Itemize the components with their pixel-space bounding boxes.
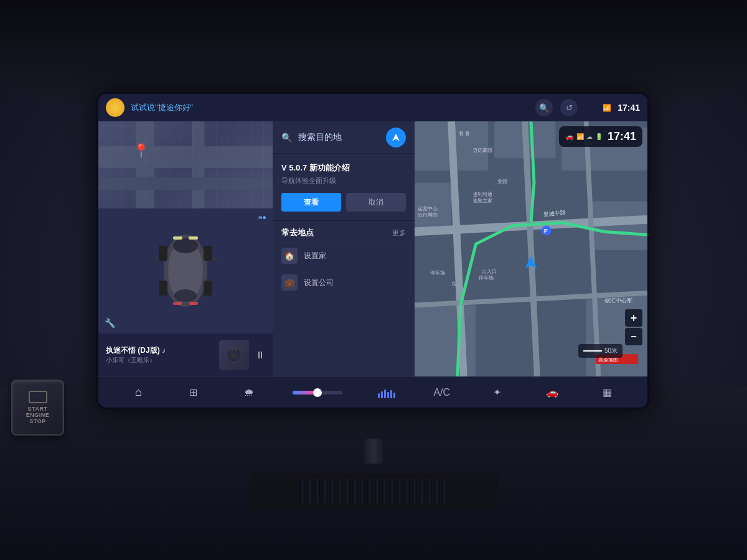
- search-icon: 🔍: [281, 133, 292, 142]
- car-status: ≡●: [98, 208, 273, 333]
- topbar-time: 17:41: [618, 103, 640, 113]
- screen-content: 📍 🏠 🐻 P: [98, 121, 647, 376]
- navigation-button[interactable]: [386, 128, 406, 147]
- pause-icon[interactable]: ⏸: [255, 350, 265, 361]
- vent-slot: [352, 479, 357, 504]
- vent-slot: [427, 479, 432, 504]
- svg-rect-14: [173, 302, 182, 305]
- svg-rect-8: [159, 246, 167, 261]
- vent-slot: [442, 479, 447, 504]
- screen-mount: [364, 439, 383, 464]
- svg-rect-12: [173, 236, 182, 240]
- work-dest-icon: 💼: [281, 274, 298, 291]
- fan-bar-3: [384, 390, 386, 398]
- map-scale: 50米: [578, 344, 622, 358]
- svg-point-7: [174, 289, 197, 302]
- engine-label: ENGINE: [26, 412, 50, 418]
- fan-bar-1: [378, 393, 380, 398]
- start-label: START: [28, 406, 48, 412]
- vent-slot: [360, 479, 365, 504]
- svg-rect-10: [159, 281, 167, 296]
- zoom-in-button[interactable]: +: [625, 309, 642, 327]
- svg-rect-17: [212, 257, 217, 261]
- svg-rect-0: [98, 146, 273, 168]
- svg-rect-1: [136, 121, 154, 208]
- ac-icon: A/C: [433, 387, 450, 398]
- stop-label: STOP: [29, 418, 45, 424]
- mini-map-background: 📍: [98, 121, 273, 208]
- search-placeholder[interactable]: 搜索目的地: [298, 132, 380, 143]
- volume-control[interactable]: [276, 391, 359, 394]
- svg-text:高速地图: 高速地图: [598, 357, 618, 363]
- start-stop-button[interactable]: START ENGINE STOP: [11, 380, 64, 436]
- map-roads: 景城中路 创汇中心军 P 运营中心 出行网的 捷利司通 轮胎之家 业园: [415, 121, 647, 376]
- mini-map[interactable]: 📍 🏠 🐻 P: [98, 121, 273, 208]
- status-icons-top: ≡●: [258, 213, 266, 221]
- engine-icon: [29, 391, 47, 403]
- nav-ac[interactable]: A/C: [414, 387, 469, 398]
- music-controls[interactable]: ⏸: [255, 350, 265, 361]
- music-title: 执迷不悟 (DJ版) ♪: [106, 345, 213, 356]
- update-version: V 5.0.7 新功能介绍: [281, 162, 406, 174]
- nav-weather[interactable]: 🌧: [221, 387, 276, 398]
- status-icon-wrench: 🔧: [105, 318, 115, 328]
- svg-rect-2: [192, 121, 204, 208]
- middle-panel: 🔍 搜索目的地 V 5.0.7 新功能介绍 导航体验全面升级 查看 取消: [273, 121, 415, 376]
- svg-rect-11: [204, 281, 212, 296]
- nav-home[interactable]: ⌂: [111, 386, 166, 399]
- zoom-out-button[interactable]: −: [625, 328, 642, 345]
- back-button[interactable]: ↺: [560, 99, 578, 116]
- nav-carconnect[interactable]: 🚗: [525, 386, 580, 398]
- vent-slot: [435, 479, 439, 504]
- home-dest-icon: 🏠: [281, 248, 298, 264]
- svg-text:出行网的: 出行网的: [418, 212, 438, 218]
- car-connect-icon: 🚗: [546, 386, 558, 398]
- music-info: 执迷不悟 (DJ版) ♪ 小乐哥（王唯乐）: [106, 345, 213, 365]
- map-time: 17:41: [608, 130, 636, 143]
- main-screen: 试试说"捷途你好" 🔍 ↺ 📶 17:41: [96, 92, 649, 409]
- car-topview: [151, 227, 220, 314]
- voice-avatar: [106, 98, 125, 117]
- home-nav-icon: ⌂: [135, 386, 142, 399]
- music-album-art[interactable]: [219, 340, 249, 370]
- svg-rect-3: [98, 177, 273, 190]
- weather-icon: 🌧: [244, 387, 254, 398]
- frequent-item-work[interactable]: 💼 设置公司: [273, 269, 415, 296]
- search-bar[interactable]: 🔍 搜索目的地: [273, 121, 415, 154]
- cancel-button[interactable]: 取消: [346, 193, 406, 212]
- vent-slot: [322, 479, 327, 504]
- vent-slot: [300, 479, 305, 504]
- fan-bar-6: [393, 393, 395, 398]
- view-button[interactable]: 查看: [281, 193, 341, 212]
- svg-rect-9: [204, 246, 212, 261]
- frequent-more[interactable]: 更多: [392, 228, 406, 238]
- frequent-item-home[interactable]: 🏠 设置家: [273, 242, 415, 269]
- nav-seat[interactable]: ✦: [469, 386, 525, 398]
- svg-rect-16: [154, 257, 159, 261]
- signal-icon: 📶: [603, 104, 611, 112]
- map-background: 景城中路 创汇中心军 P 运营中心 出行网的 捷利司通 轮胎之家 业园: [415, 121, 647, 376]
- nav-fan[interactable]: [359, 387, 415, 398]
- nav-phone[interactable]: ▦: [580, 386, 635, 398]
- map-zoom-controls: + −: [625, 309, 642, 345]
- vent-slot: [375, 479, 380, 504]
- map-time-box: 🚗 📶 ☁ 🔋 17:41: [559, 126, 642, 147]
- vent-slot: [367, 479, 372, 504]
- screen-bottombar: ⌂ ⊞ 🌧: [98, 376, 647, 408]
- vent-slot: [308, 479, 312, 504]
- map-panel[interactable]: 景城中路 创汇中心军 P 运营中心 出行网的 捷利司通 轮胎之家 业园: [415, 121, 647, 376]
- volume-thumb[interactable]: [313, 388, 322, 397]
- vent-slot: [337, 479, 342, 504]
- svg-text:出入口: 出入口: [482, 269, 497, 274]
- search-button[interactable]: 🔍: [535, 99, 553, 116]
- map-status-icons: 🚗 📶 ☁ 🔋: [565, 133, 603, 141]
- update-card: V 5.0.7 新功能介绍 导航体验全面升级 查看 取消: [273, 154, 415, 221]
- frequent-title: 常去地点: [281, 227, 314, 238]
- home-dest-label: 设置家: [304, 251, 326, 261]
- svg-text:业园: 业园: [497, 179, 507, 184]
- scale-text: 50米: [604, 347, 618, 355]
- svg-point-19: [232, 353, 237, 358]
- air-vent: [249, 473, 498, 510]
- music-section[interactable]: 执迷不悟 (DJ版) ♪ 小乐哥（王唯乐） ⏸: [98, 333, 273, 376]
- nav-apps[interactable]: ⊞: [166, 386, 222, 398]
